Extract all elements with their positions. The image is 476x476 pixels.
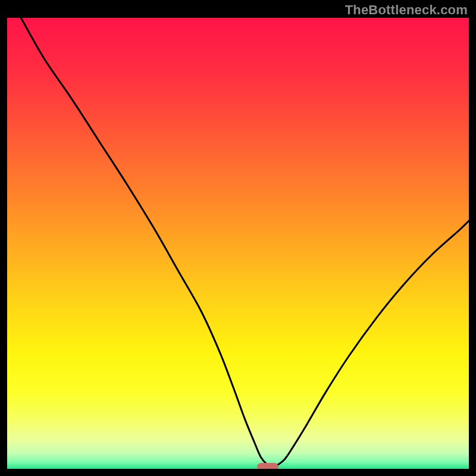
plot-area — [7, 18, 469, 469]
attribution-text: TheBottleneck.com — [345, 2, 468, 18]
optimum-marker — [257, 463, 278, 469]
bottleneck-curve — [7, 18, 469, 469]
chart-frame: TheBottleneck.com — [0, 0, 476, 476]
